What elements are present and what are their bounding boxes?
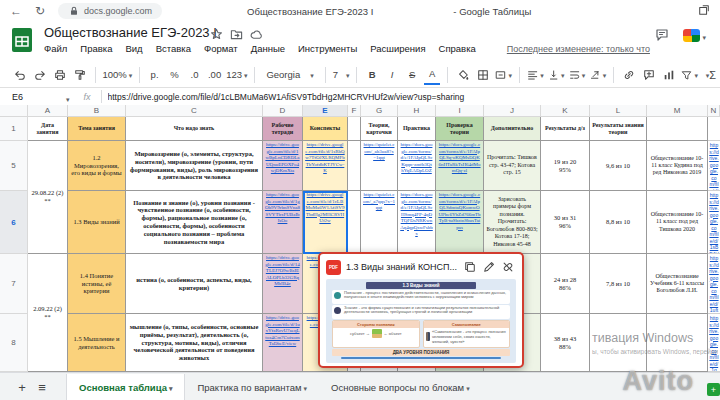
cell-M5[interactable]: Обществознание 10-11 класс Кудина под ре… bbox=[647, 141, 708, 191]
cell-H6[interactable]: https://docs.google.com/forms/d/e/1FAIpQ… bbox=[398, 191, 436, 254]
cell-G1[interactable]: Теория, карточки bbox=[361, 117, 398, 141]
popout-button[interactable] bbox=[698, 2, 710, 20]
comment-history-icon[interactable] bbox=[655, 28, 669, 42]
cell-D5[interactable]: https://drive.google.com/file/d/1wBpLnCD… bbox=[263, 141, 303, 191]
meet-button[interactable] bbox=[683, 26, 706, 44]
cell-N5[interactable]: https://drive.google.com/file/d/1xKp4FQE… bbox=[708, 141, 720, 191]
cell-E6-selected[interactable]: https://drive.google.com/file/d/1cLBMuMa… bbox=[303, 191, 348, 254]
cell-K1[interactable]: Результаты д/з bbox=[541, 117, 590, 141]
star-icon[interactable] bbox=[210, 28, 223, 41]
menu-insert[interactable]: Вставка bbox=[156, 43, 191, 54]
reload-icon[interactable] bbox=[32, 3, 48, 19]
cell-N6[interactable]: https://drive.google.com/file/d/1sBE4UPr… bbox=[708, 191, 720, 254]
cell-M1[interactable] bbox=[647, 117, 708, 141]
col-header-K[interactable]: K bbox=[541, 105, 590, 117]
add-sheet-button[interactable] bbox=[12, 377, 32, 397]
cell-D6[interactable]: https://drive.google.com/file/d/1gOb9V9r… bbox=[263, 191, 303, 254]
cell-M8[interactable] bbox=[647, 314, 708, 372]
format-percent-button[interactable]: % bbox=[167, 66, 183, 84]
col-header-D[interactable]: D bbox=[263, 105, 303, 117]
zoom-select[interactable]: 100% bbox=[103, 66, 132, 84]
cell-M7[interactable]: Обществознание Учебник 6-11 классы Богол… bbox=[647, 254, 708, 314]
cell-C5[interactable]: Мировоззрение (о, элементы, структура, н… bbox=[126, 141, 263, 191]
undo-button[interactable] bbox=[12, 66, 28, 84]
tab-questions[interactable]: Основные вопросы по блокам bbox=[319, 374, 482, 400]
menu-edit[interactable]: Правка bbox=[80, 43, 112, 54]
cell-I6[interactable]: https://docs.google.com/forms/d/e/1FAIpQ… bbox=[436, 191, 484, 254]
col-header-N[interactable]: N bbox=[708, 105, 720, 117]
cell-C7[interactable]: истина (о, особенности, аспекты, виды, к… bbox=[126, 254, 263, 314]
col-header-E[interactable]: E bbox=[303, 105, 348, 117]
col-header-C[interactable]: C bbox=[126, 105, 263, 117]
borders-button[interactable] bbox=[475, 66, 491, 84]
cell-I5[interactable]: https://docs.google.com/forms/d/e/1FAIpQ… bbox=[436, 141, 484, 191]
cell-I1[interactable]: Проверка теории bbox=[436, 117, 484, 141]
cell-K6[interactable]: 30 из 31 96% bbox=[541, 191, 590, 254]
menu-file[interactable]: Файл bbox=[44, 43, 67, 54]
col-header-J[interactable]: J bbox=[484, 105, 541, 117]
all-sheets-button[interactable] bbox=[32, 377, 52, 397]
col-header-F[interactable]: F bbox=[348, 105, 361, 117]
format-currency-button[interactable]: р. bbox=[147, 66, 163, 84]
vertical-align-button[interactable] bbox=[548, 66, 565, 84]
explore-button[interactable] bbox=[707, 383, 720, 396]
col-header-M[interactable]: M bbox=[647, 105, 708, 117]
cell-N1[interactable] bbox=[708, 117, 720, 141]
col-header-L[interactable]: L bbox=[590, 105, 647, 117]
cell-L8[interactable] bbox=[590, 314, 647, 372]
cell-N7[interactable]: https://drive.google.com/file/d/1uftOqxC… bbox=[708, 254, 720, 314]
remove-link-button[interactable] bbox=[502, 261, 514, 273]
cell-B5[interactable]: 1.2 Мировоззрения, его виды и формы bbox=[68, 141, 126, 191]
bold-button[interactable]: B bbox=[364, 66, 380, 84]
cell-D8[interactable]: https://drive.google.com/file/d/1uxYfaRz… bbox=[263, 314, 303, 372]
name-box[interactable]: E6 bbox=[0, 92, 64, 102]
pdf-preview-thumbnail[interactable]: 1.3 Виды знаний Познание - процесс пости… bbox=[326, 279, 516, 363]
cell-F6[interactable] bbox=[348, 191, 361, 254]
cell-D1[interactable]: Рабочие тетради bbox=[263, 117, 303, 141]
paint-format-button[interactable] bbox=[72, 66, 88, 84]
text-rotation-button[interactable] bbox=[589, 66, 606, 84]
insert-comment-button[interactable] bbox=[641, 66, 657, 84]
cell-F5[interactable] bbox=[348, 141, 361, 191]
cell-B1[interactable]: Тема занятия bbox=[68, 117, 126, 141]
row-header-5[interactable]: 5 bbox=[0, 141, 28, 191]
cell-L6[interactable]: 8,8 из 10 bbox=[590, 191, 647, 254]
row-header-7[interactable]: 7 bbox=[0, 254, 28, 314]
col-header-A[interactable]: A bbox=[28, 105, 68, 117]
number-format-button[interactable]: 123 bbox=[227, 66, 248, 84]
menu-format[interactable]: Формат bbox=[204, 43, 238, 54]
row-header-6[interactable]: 6 bbox=[0, 191, 28, 254]
menu-data[interactable]: Данные bbox=[251, 43, 285, 54]
cell-J6[interactable]: Зарисовать примеры форм познания. Прочит… bbox=[484, 191, 541, 254]
cell-G6[interactable]: https://quizlet.com/_a7qqs?x=1qqt bbox=[361, 191, 398, 254]
text-color-button[interactable]: A bbox=[424, 65, 440, 85]
cell-H5[interactable]: https://docs.google.com/forms/d/e/1FAIpQ… bbox=[398, 141, 436, 191]
select-all-corner[interactable] bbox=[0, 105, 28, 117]
cell-K7[interactable]: 24 из 28 86% bbox=[541, 254, 590, 314]
cell-H1[interactable]: Практика bbox=[398, 117, 436, 141]
increase-decimal-button[interactable]: .00 bbox=[207, 66, 223, 84]
font-select[interactable]: Georgia bbox=[262, 66, 318, 84]
filter-button[interactable] bbox=[681, 66, 698, 84]
insert-chart-button[interactable] bbox=[661, 66, 677, 84]
fill-color-button[interactable] bbox=[455, 66, 471, 84]
tab-practice[interactable]: Практика по вариантам bbox=[185, 374, 319, 400]
cell-M6[interactable]: Обществознание 10-11 класс под ред Тишко… bbox=[647, 191, 708, 254]
strikethrough-button[interactable]: S bbox=[404, 66, 420, 84]
cell-A7[interactable]: 2.09.22 (2) ** bbox=[28, 254, 68, 372]
redo-button[interactable] bbox=[32, 66, 48, 84]
cell-J1[interactable]: Дополнительно bbox=[484, 117, 541, 141]
cell-L7[interactable]: 7,8 из 10 bbox=[590, 254, 647, 314]
cell-K8[interactable]: 38 из 43 88% bbox=[541, 314, 590, 372]
cell-D7[interactable]: https://drive.google.com/file/d/14TLEJ7O… bbox=[263, 254, 303, 314]
cell-A1[interactable]: Дата занятия bbox=[28, 117, 68, 141]
text-wrap-button[interactable] bbox=[569, 66, 586, 84]
row-header-1[interactable]: 1 bbox=[0, 117, 28, 141]
cell-G5[interactable]: https://quizlet.com/_ab3ua8?x=1qqt bbox=[361, 141, 398, 191]
copy-link-button[interactable] bbox=[464, 261, 476, 273]
print-button[interactable] bbox=[52, 66, 68, 84]
cell-B7[interactable]: 1.4 Понятие истины, её критерии bbox=[68, 254, 126, 314]
menu-help[interactable]: Справка bbox=[439, 43, 476, 54]
cell-B8[interactable]: 1.5 Мышление и деятельность bbox=[68, 314, 126, 372]
tab-main-table[interactable]: Основная таблица bbox=[66, 374, 185, 400]
